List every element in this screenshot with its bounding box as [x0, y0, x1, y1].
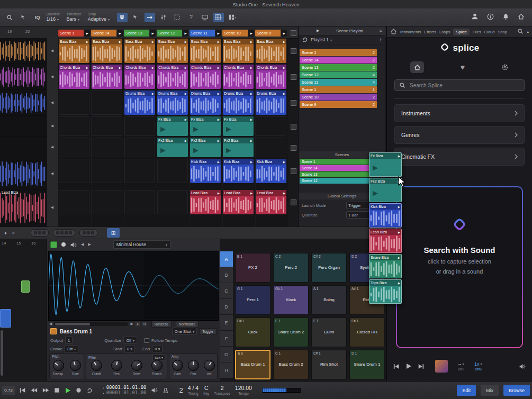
- scene-header-scene-10[interactable]: Scene 10▶: [222, 30, 254, 37]
- empty-clip-slot[interactable]: [124, 116, 155, 136]
- splice-previous-button[interactable]: [393, 364, 400, 369]
- edit-cursor-icon[interactable]: [18, 13, 29, 22]
- user-icon[interactable]: [471, 13, 479, 22]
- scene-list-item-scene-12[interactable]: Scene 12: [300, 178, 377, 184]
- next-sample-icon[interactable]: ▶: [88, 242, 91, 247]
- timebase-control[interactable]: Timebase Bars▾: [67, 13, 82, 22]
- pad-bass-drum-1[interactable]: B 0Bass Drum 1: [235, 350, 270, 379]
- playlist-item-scene-10[interactable]: Scene 102: [300, 94, 377, 101]
- channel-right-button[interactable]: R: [142, 322, 147, 327]
- knob-dial[interactable]: [53, 360, 64, 371]
- row-stop-button[interactable]: [291, 200, 296, 205]
- knob-dial[interactable]: [204, 360, 215, 371]
- splice-volume-icon[interactable]: [519, 363, 526, 370]
- expand-icon[interactable]: »: [12, 230, 15, 235]
- collapse-track-button[interactable]: ◀: [47, 124, 57, 128]
- knob-dial[interactable]: [151, 360, 163, 371]
- magnet-icon[interactable]: [117, 13, 128, 22]
- knob-vel[interactable]: Vel: [201, 360, 217, 376]
- playlist-loop-icon[interactable]: [302, 37, 308, 42]
- knob-drive[interactable]: Drive: [129, 360, 145, 376]
- knob-cutoff[interactable]: Cutoff: [88, 360, 104, 376]
- clip-play-icon[interactable]: ▶: [283, 40, 285, 43]
- sample-color-swatch[interactable]: [50, 328, 57, 334]
- row-stop-button[interactable]: [291, 74, 296, 80]
- splice-favorites-button[interactable]: ♥: [461, 63, 465, 71]
- marquee-icon[interactable]: [172, 13, 183, 22]
- scene-play-icon[interactable]: ▶: [215, 30, 221, 37]
- pad-fx-2[interactable]: B 1FX 2: [235, 253, 270, 283]
- clip-fx-biza[interactable]: Fx Biza▶▶: [190, 116, 221, 136]
- pad-snare-drum-2[interactable]: E 1Snare Drum 2: [273, 318, 309, 347]
- knob-gain[interactable]: Gain: [169, 360, 185, 376]
- loop-button[interactable]: [86, 388, 93, 393]
- clip-play-icon[interactable]: ▶: [283, 160, 285, 164]
- preset-selector[interactable]: Minimal House ▾: [113, 240, 170, 249]
- category-genres[interactable]: Genres: [394, 126, 525, 144]
- collapse-track-button[interactable]: ◀: [47, 101, 57, 105]
- arrangement-track-fx-biza[interactable]: [0, 116, 47, 137]
- scene-list-item-scene-1[interactable]: Scene 1: [300, 159, 377, 165]
- clip-play-icon[interactable]: ▶: [398, 256, 400, 259]
- playlist-item-scene-11[interactable]: Scene 114: [300, 79, 377, 86]
- clip-bass-biza[interactable]: Bass Biza▶: [124, 39, 155, 63]
- sample-artwork[interactable]: [435, 360, 448, 373]
- return-to-start-button[interactable]: [20, 387, 26, 393]
- choke-selector[interactable]: Off ▾: [65, 345, 78, 352]
- browser-search-icon[interactable]: [517, 28, 524, 35]
- knob-dial[interactable]: [172, 360, 183, 371]
- pad-bank-g[interactable]: G: [220, 347, 233, 362]
- clip-bass-biza[interactable]: Bass Biza▶: [223, 39, 254, 63]
- clip-fx2-biza[interactable]: Fx2 Biza▶▶: [157, 138, 188, 157]
- empty-clip-slot[interactable]: [59, 159, 89, 183]
- clip-lead-biza[interactable]: Lead Biza▶: [190, 190, 221, 214]
- clip-bass-biza[interactable]: Bass Biza▶: [256, 39, 286, 63]
- clip-bass-biza[interactable]: Bass Biza▶: [92, 39, 122, 63]
- home-icon[interactable]: [518, 13, 525, 22]
- clip-play-icon[interactable]: ▶: [218, 118, 220, 121]
- bpm-selector[interactable]: 1x▾ BPM: [474, 362, 482, 371]
- empty-clip-slot[interactable]: [124, 159, 155, 183]
- editor-quantize-selector[interactable]: Off ▾: [123, 337, 137, 344]
- clip-fx2-biza[interactable]: Fx2 Biza▶▶: [190, 138, 221, 157]
- splice-home-button[interactable]: [410, 61, 424, 73]
- trigger-mode-selector[interactable]: One Shot ▾: [172, 328, 197, 335]
- clip-chords-biza[interactable]: Chords Biza▶: [157, 65, 188, 89]
- forward-button[interactable]: [42, 387, 49, 393]
- iq-button[interactable]: IQ: [35, 15, 40, 20]
- time-signature[interactable]: 4 / 4 Timing: [188, 385, 199, 395]
- step-group[interactable]: [31, 229, 49, 237]
- clip-lead-biza[interactable]: Lead Biza▶: [223, 190, 254, 214]
- pad-bank-d[interactable]: D: [220, 299, 233, 315]
- clip-play-icon[interactable]: ▶: [152, 40, 154, 43]
- empty-clip-slot[interactable]: [92, 138, 122, 157]
- empty-clip-slot[interactable]: [157, 190, 188, 214]
- help-icon[interactable]: ?: [186, 13, 196, 22]
- playlist-item-scene-1[interactable]: Scene 11: [300, 86, 377, 93]
- empty-clip-slot[interactable]: [92, 90, 122, 115]
- fader-icon[interactable]: [158, 13, 169, 22]
- row-stop-button[interactable]: [291, 124, 296, 130]
- clip-play-icon[interactable]: ▶: [250, 66, 253, 69]
- empty-clip-slot[interactable]: [124, 190, 155, 214]
- empty-clip-slot[interactable]: [92, 159, 122, 183]
- tempo-display[interactable]: 120.00 Tempo: [235, 385, 252, 395]
- pad-bank-f[interactable]: F: [220, 331, 233, 347]
- transpose-display[interactable]: 2 Transpose: [214, 385, 230, 395]
- clip-chords-biza[interactable]: Chords Biza▶: [223, 65, 254, 89]
- step-group[interactable]: [79, 229, 97, 237]
- category-instruments[interactable]: Instruments: [394, 104, 525, 122]
- browser-home-icon[interactable]: [390, 28, 397, 36]
- arrangement-clip[interactable]: [0, 309, 11, 328]
- clip-play-icon[interactable]: ▶: [185, 40, 187, 43]
- scene-header-scene-11[interactable]: Scene 11▶: [190, 30, 221, 37]
- clip-play-icon[interactable]: ▶: [185, 118, 187, 121]
- knob-dial[interactable]: [131, 360, 142, 371]
- record-button[interactable]: [76, 387, 82, 393]
- grid-view-icon[interactable]: ▾: [213, 13, 224, 22]
- scene-list-item-scene-14[interactable]: Scene 14: [300, 165, 377, 171]
- clip-drums-biza[interactable]: Drums Biza▶: [124, 90, 155, 115]
- scene-list-item-scene-13[interactable]: Scene 13: [300, 171, 377, 177]
- dragged-clip-stack[interactable]: Fx Biza▶▶Fx2 Biza▶▶Kick Biza▶Lead Biza▶S…: [369, 152, 403, 305]
- output-selector[interactable]: 1: [65, 337, 73, 344]
